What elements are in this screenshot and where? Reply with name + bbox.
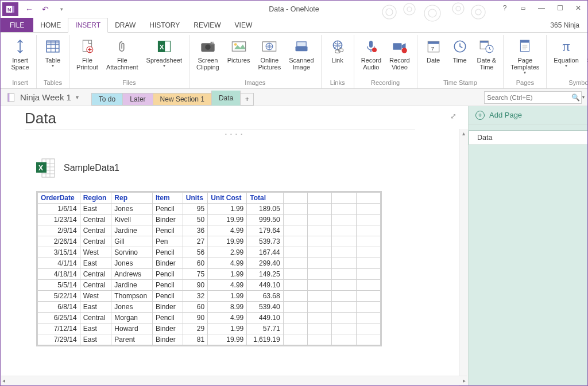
section-tab-todo[interactable]: To do	[91, 93, 123, 106]
section-tab-later[interactable]: Later	[122, 93, 153, 106]
tab-home[interactable]: HOME	[33, 18, 68, 32]
pictures-button[interactable]: Pictures	[224, 35, 254, 72]
equation-button[interactable]: π Equation ▾	[550, 35, 582, 69]
insert-space-button[interactable]: Insert Space	[7, 35, 33, 72]
table-button[interactable]: Table ▾	[40, 35, 65, 69]
camera-icon: +	[199, 37, 217, 56]
table-row: 6/8/14EastJonesBinder608.99539.40	[38, 302, 381, 313]
clock-icon	[451, 37, 469, 56]
table-row: 6/25/14CentralMorganPencil904.99449.10	[38, 313, 381, 323]
svg-text:+: +	[212, 41, 214, 45]
svg-text:X: X	[160, 43, 164, 50]
table-row: 1/23/14CentralKivellBinder5019.99999.50	[38, 215, 381, 225]
account-label[interactable]: 365 Ninja	[542, 18, 587, 32]
record-audio-button[interactable]: Record Audio	[358, 35, 385, 72]
table-header: Total	[247, 193, 283, 204]
search-icon[interactable]: 🔍	[571, 93, 580, 102]
close-button[interactable]: ✕	[571, 2, 585, 14]
table-row: 4/18/14CentralAndrewsPencil751.99149.25	[38, 269, 381, 280]
plus-icon: +	[475, 111, 485, 120]
chevron-down-icon: ▼	[75, 95, 80, 100]
chevron-down-icon: ▾	[163, 64, 165, 68]
onenote-icon: N	[6, 5, 15, 14]
tab-history[interactable]: HISTORY	[142, 18, 187, 32]
table-header: OrderDate	[38, 193, 80, 204]
date-time-button[interactable]: Date & Time	[474, 35, 500, 72]
tab-review[interactable]: REVIEW	[187, 18, 227, 32]
table-row: 7/29/14EastParentBinder8119.991,619.19	[38, 334, 381, 345]
file-attachment-button[interactable]: File Attachment	[103, 35, 142, 72]
svg-point-5	[404, 3, 415, 15]
svg-rect-48	[481, 41, 489, 42]
qat-customize-button[interactable]: ▾	[54, 2, 69, 16]
page-templates-button[interactable]: Page Templates ▾	[507, 35, 543, 76]
svg-rect-40	[393, 43, 401, 50]
table-icon	[44, 37, 62, 56]
minimize-button[interactable]: —	[535, 2, 548, 14]
page-canvas[interactable]: Data ⤢ • • • • X SampleData1 OrderDateRe…	[1, 106, 468, 385]
table-row: 1/6/14EastJonesPencil951.99189.05	[38, 204, 381, 215]
search-scope-button[interactable]: ▾	[582, 95, 585, 100]
table-row: 4/1/14EastJonesBinder604.99299.40	[38, 258, 381, 269]
search-input[interactable]	[487, 94, 571, 101]
page-list-item[interactable]: Data	[469, 130, 587, 145]
svg-rect-18	[47, 41, 59, 43]
table-header	[356, 193, 380, 204]
tab-insert[interactable]: INSERT	[68, 18, 108, 33]
undo-button[interactable]: ↶	[38, 2, 53, 16]
symbol-button[interactable]: Ω Symbol ▾	[583, 35, 588, 69]
table-row: 3/15/14WestSorvinoPencil562.99167.44	[38, 247, 381, 258]
page-list-panel: + Add Page Data	[468, 106, 587, 385]
resize-handle[interactable]: • • • •	[225, 131, 243, 137]
record-video-button[interactable]: Record Video	[386, 35, 413, 72]
screen-clipping-button[interactable]: + Screen Clipping	[193, 35, 223, 72]
attachment-block[interactable]: X SampleData1	[36, 158, 468, 178]
online-pictures-icon	[260, 37, 278, 56]
table-header: Unit Cost	[208, 193, 247, 204]
back-button[interactable]: ←	[22, 2, 37, 16]
system-menu-button[interactable]: N	[2, 2, 18, 16]
add-page-button[interactable]: + Add Page	[469, 106, 587, 124]
table-row: 5/22/14WestThompsonPencil321.9963.68	[38, 291, 381, 302]
help-button[interactable]: ?	[498, 2, 512, 14]
section-tab-new[interactable]: New Section 1	[153, 93, 212, 106]
date-button[interactable]: 7 Date	[421, 35, 446, 72]
ribbon: Insert Space Insert Table ▾ Tables File …	[1, 33, 587, 89]
svg-rect-2	[12, 6, 14, 13]
search-box[interactable]: 🔍 ▾	[484, 91, 582, 104]
paperclip-icon	[113, 37, 131, 56]
notebook-picker[interactable]: Ninja Week 1 ▼	[4, 92, 86, 103]
spreadsheet-button[interactable]: X Spreadsheet ▾	[143, 35, 185, 72]
microphone-icon	[362, 37, 380, 56]
svg-point-39	[372, 48, 377, 52]
date-time-icon	[477, 37, 496, 56]
maximize-button[interactable]: ☐	[553, 2, 567, 14]
notebook-icon	[6, 92, 17, 103]
tab-view[interactable]: VIEW	[228, 18, 260, 32]
online-pictures-button[interactable]: Online Pictures	[254, 35, 284, 72]
table-header	[283, 193, 307, 204]
file-printout-button[interactable]: File Printout	[73, 35, 102, 72]
ribbon-options-button[interactable]: ▭	[516, 2, 530, 14]
table-row: 2/26/14CentralGillPen2719.99539.73	[38, 236, 381, 247]
ribbon-tabs: FILE HOME INSERT DRAW HISTORY REVIEW VIE…	[1, 18, 587, 33]
svg-point-9	[452, 3, 464, 14]
data-table: OrderDateRegionRepItemUnitsUnit CostTota…	[37, 192, 381, 345]
file-printout-icon	[78, 37, 96, 56]
add-section-button[interactable]: +	[240, 93, 254, 106]
window-controls: ? ▭ — ☐ ✕	[498, 2, 585, 14]
link-button[interactable]: Link	[325, 35, 350, 65]
vertical-scrollbar[interactable]: ▴▾	[459, 129, 468, 385]
expand-icon[interactable]: ⤢	[450, 112, 457, 120]
embedded-spreadsheet[interactable]: OrderDateRegionRepItemUnitsUnit CostTota…	[36, 191, 382, 346]
scanned-image-button[interactable]: Scanned Image	[285, 35, 317, 72]
horizontal-scrollbar[interactable]: ◂▸	[1, 376, 467, 385]
tab-file[interactable]: FILE	[1, 18, 33, 32]
excel-icon: X	[155, 37, 173, 56]
page-title[interactable]: Data	[25, 110, 415, 130]
scanner-icon	[292, 37, 311, 56]
link-icon	[328, 37, 347, 56]
time-button[interactable]: Time	[447, 35, 473, 72]
tab-draw[interactable]: DRAW	[108, 18, 142, 32]
section-tab-data[interactable]: Data	[211, 91, 241, 106]
